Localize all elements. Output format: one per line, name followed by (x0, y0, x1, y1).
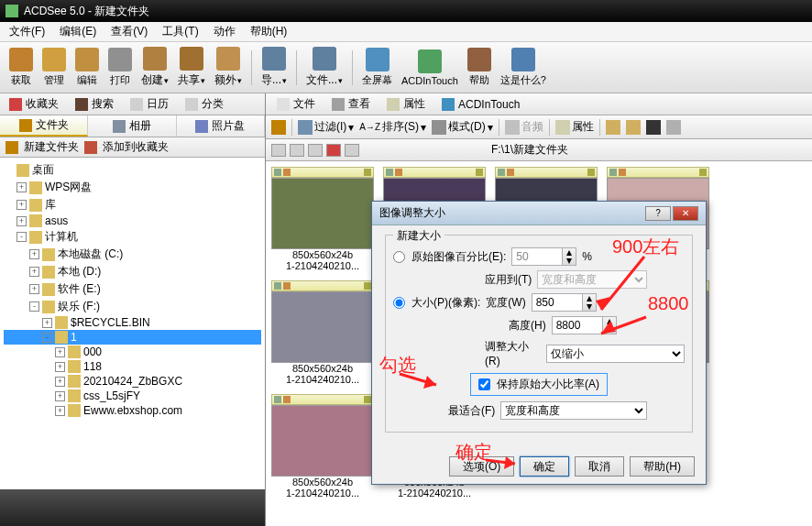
tab-calendar[interactable]: 日历 (125, 94, 174, 114)
tree-item[interactable]: +库 (4, 196, 261, 214)
menu-file[interactable]: 文件(F) (4, 22, 50, 41)
subtab-albums[interactable]: 相册 (88, 115, 176, 137)
rtab-prop[interactable]: 属性 (381, 94, 431, 114)
tb-file[interactable]: 文件...▾ (302, 45, 346, 90)
tb-extra[interactable]: 额外▾ (211, 45, 246, 90)
subtab-folders[interactable]: 文件夹 (0, 115, 88, 137)
tb-nav[interactable]: 导...▾ (258, 45, 291, 90)
tree-item[interactable]: +WPS网盘 (4, 179, 261, 196)
radio-size[interactable]: 大小(P)(像素): (393, 295, 480, 311)
dialog-titlebar[interactable]: 图像调整大小 ? ✕ (372, 202, 706, 225)
thumbnail[interactable]: 850x560x24b1-2104240210... (271, 167, 374, 271)
rtab-file[interactable]: 文件 (271, 94, 321, 114)
tb-acquire[interactable]: 获取 (5, 46, 37, 89)
percent-spinner[interactable]: ▴▾ (511, 247, 576, 266)
resize-type-label: 调整大小(R) (485, 339, 541, 367)
tab-favorites[interactable]: 收藏夹 (4, 94, 64, 114)
tree-item[interactable]: +本地磁盘 (C:) (4, 246, 261, 263)
nav-fwd-icon[interactable] (290, 144, 304, 157)
menu-bar: 文件(F) 编辑(E) 查看(V) 工具(T) 动作 帮助(H) (0, 22, 812, 42)
group-label: 新建大小 (393, 228, 444, 244)
pct-unit: % (582, 250, 592, 263)
menu-edit[interactable]: 编辑(E) (54, 22, 102, 41)
help-button[interactable]: 帮助(H) (630, 456, 695, 477)
rename-icon[interactable] (666, 120, 681, 135)
ok-button[interactable]: 确定 (520, 456, 569, 477)
tree-item[interactable]: -1 (4, 330, 261, 345)
tb-help[interactable]: 帮助 (464, 46, 495, 89)
tb-share[interactable]: 共享▾ (174, 45, 209, 90)
resize-type-select[interactable]: 仅缩小 (546, 345, 685, 363)
path-bar: F:\1\新建文件夹 (266, 139, 812, 161)
tb-manage[interactable]: 管理 (38, 46, 70, 89)
close-icon[interactable]: ✕ (673, 206, 698, 221)
mode-dropdown[interactable]: 模式(D) ▾ (432, 119, 493, 135)
tree-item[interactable]: +asus (4, 214, 261, 228)
options-button[interactable]: 选项(O) (449, 456, 514, 477)
right-tabs: 文件 查看 属性 ACDInTouch (266, 93, 812, 115)
tree-item[interactable]: -计算机 (4, 228, 261, 246)
fit-label: 最适合(F) (448, 403, 495, 419)
tb-intouch[interactable]: ACDInTouch (398, 48, 462, 88)
tree-item[interactable]: +Ewww.ebxshop.com (4, 403, 261, 418)
subtab-photodisc[interactable]: 照片盘 (177, 115, 265, 137)
help-icon[interactable]: ? (645, 206, 671, 221)
tab-search[interactable]: 搜索 (70, 94, 119, 114)
separator (251, 50, 252, 85)
tree-item[interactable]: -娱乐 (F:) (4, 298, 261, 315)
tree-item[interactable]: +000 (4, 345, 261, 359)
tree-item[interactable]: +$RECYCLE.BIN (4, 315, 261, 330)
tb-print[interactable]: 打印 (104, 46, 136, 89)
fit-select[interactable]: 宽度和高度 (500, 401, 647, 420)
thumbnail[interactable]: 850x560x24b1-2104240210... (271, 394, 374, 499)
height-label: 高度(H) (509, 318, 546, 334)
tb-whatsthis[interactable]: 这是什么? (497, 46, 550, 89)
tb-create[interactable]: 创建▾ (137, 45, 172, 90)
rtab-intouch[interactable]: ACDInTouch (436, 96, 525, 113)
tree-item[interactable]: +20210424_ZbBGXC (4, 374, 261, 389)
left-panel: 收藏夹 搜索 日历 分类 文件夹 相册 照片盘 新建文件夹 添加到收藏夹 桌面+… (0, 93, 266, 526)
rtab-view[interactable]: 查看 (326, 94, 376, 114)
filter-dropdown[interactable]: 过滤(I) ▾ (298, 119, 354, 135)
width-spinner[interactable]: ▴▾ (532, 293, 597, 312)
width-label: 宽度(W) (486, 295, 525, 311)
sort-dropdown[interactable]: A→Z排序(S) ▾ (359, 119, 426, 135)
audio-btn[interactable]: 音频 (505, 119, 543, 135)
tb-edit[interactable]: 编辑 (71, 46, 103, 89)
tb-fullscreen[interactable]: 全屏幕 (358, 46, 396, 89)
prop-btn[interactable]: 属性 (555, 119, 594, 135)
new-folder-label[interactable]: 新建文件夹 (24, 139, 79, 155)
separator (296, 50, 297, 85)
menu-help[interactable]: 帮助(H) (245, 22, 293, 41)
nav-back-icon[interactable] (271, 144, 286, 157)
menu-tools[interactable]: 工具(T) (157, 22, 203, 41)
height-spinner[interactable]: ▴▾ (552, 316, 617, 334)
tab-category[interactable]: 分类 (180, 94, 229, 114)
separator (352, 50, 353, 85)
menu-action[interactable]: 动作 (208, 22, 241, 41)
nav-up-icon[interactable] (308, 144, 323, 157)
tree-item[interactable]: +118 (4, 359, 261, 374)
apply-to-select[interactable]: 宽度和高度 (537, 270, 647, 289)
tree-item[interactable]: 桌面 (4, 161, 261, 179)
keep-ratio-checkbox[interactable]: 保持原始大小比率(A) (478, 377, 599, 392)
separator (549, 119, 550, 136)
resize-dialog: 图像调整大小 ? ✕ 新建大小 原始图像百分比(E): ▴▾ % 应用到(T) … (371, 201, 707, 485)
up-folder-icon[interactable] (271, 120, 286, 135)
nav-fav-icon[interactable] (326, 144, 341, 157)
thumbnail[interactable]: 850x560x24b1-2104240210... (271, 280, 374, 385)
copy-icon[interactable] (606, 120, 620, 135)
tree-item[interactable]: +本地 (D:) (4, 263, 261, 280)
folder-tree[interactable]: 桌面+WPS网盘+库+asus-计算机+本地磁盘 (C:)+本地 (D:)+软件… (0, 158, 265, 489)
cancel-button[interactable]: 取消 (575, 456, 624, 477)
tree-item[interactable]: +软件 (E:) (4, 280, 261, 298)
move-icon[interactable] (626, 120, 641, 135)
delete-icon[interactable] (646, 120, 661, 135)
menu-view[interactable]: 查看(V) (105, 22, 153, 41)
window-title: ACDSee 5.0 - 新建文件夹 (24, 4, 149, 19)
add-fav-label[interactable]: 添加到收藏夹 (103, 139, 169, 155)
separator (599, 119, 600, 136)
radio-percent[interactable]: 原始图像百分比(E): (393, 249, 506, 265)
tree-item[interactable]: +css_L5sjFY (4, 389, 261, 403)
nav-history-icon[interactable] (345, 144, 359, 157)
